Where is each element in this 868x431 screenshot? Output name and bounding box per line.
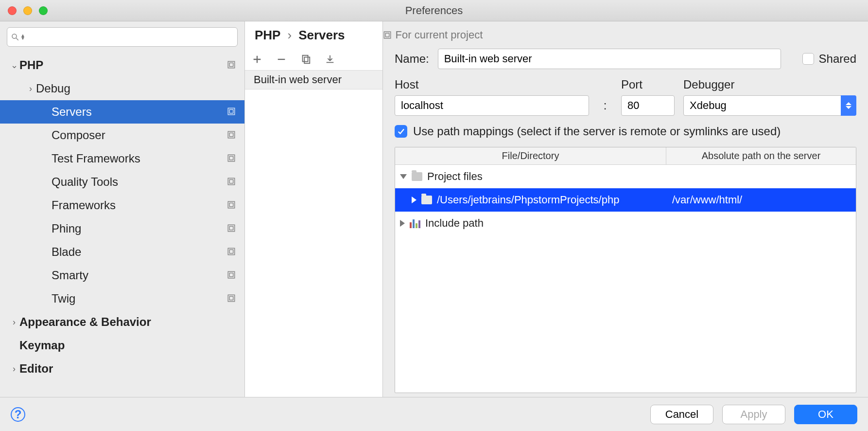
sidebar-item-label: Appearance & Behavior [19,315,236,329]
dialog-footer: ? Cancel Apply OK [0,397,868,431]
sidebar-item-label: Test Frameworks [52,152,227,165]
svg-rect-11 [229,180,233,183]
sidebar-item-appearance-behavior[interactable]: ›Appearance & Behavior [0,310,244,334]
column-file-directory[interactable]: File/Directory [395,147,666,164]
sidebar-item-label: Composer [52,128,227,142]
ok-button[interactable]: OK [794,405,857,424]
search-history-icon[interactable]: ▲▼ [20,34,25,40]
project-scope-icon [227,245,236,259]
chevron-right-icon[interactable] [412,197,417,203]
shared-checkbox[interactable]: Shared [802,52,856,66]
project-icon [383,31,392,39]
settings-search-input[interactable] [7,27,238,47]
import-server-button[interactable] [325,54,335,65]
sidebar-item-smarty[interactable]: Smarty [0,264,244,287]
host-port-separator: : [598,99,612,112]
svg-rect-8 [228,155,235,162]
library-icon [410,218,420,228]
chevron-down-icon[interactable] [400,174,407,179]
sidebar-item-label: Smarty [52,269,227,282]
mapping-row[interactable]: Include path [395,212,856,235]
mapping-path-label: Project files [427,170,483,183]
sidebar-item-keymap[interactable]: Keymap [0,334,244,357]
chevron-right-icon: › [9,317,19,327]
name-label: Name: [395,52,429,66]
mapping-row[interactable]: /Users/jetbrains/PhpstormProjects/php/va… [395,188,856,212]
server-list-panel: Built-in web server [245,21,383,397]
sidebar-item-label: Editor [19,362,236,376]
svg-rect-5 [229,109,233,113]
sidebar-item-label: Frameworks [52,198,227,212]
sidebar-item-label: Quality Tools [52,175,227,189]
preferences-window: Preferences ▲▼ ⌄PHP›DebugServersComposer… [0,0,868,431]
apply-button[interactable]: Apply [722,405,785,424]
body: ▲▼ ⌄PHP›DebugServersComposerTest Framewo… [0,21,868,397]
sidebar-item-test-frameworks[interactable]: Test Frameworks [0,147,244,170]
sidebar-item-blade[interactable]: Blade [0,240,244,264]
sidebar-item-label: Phing [52,222,227,235]
chevron-right-icon: › [287,28,292,43]
svg-rect-18 [228,271,235,278]
cancel-button[interactable]: Cancel [650,405,713,424]
sidebar-item-twig[interactable]: Twig [0,287,244,310]
sidebar-item-label: Servers [52,105,227,119]
project-scope-icon [227,58,236,72]
settings-search: ▲▼ [7,27,238,47]
svg-rect-2 [228,61,235,68]
sidebar-item-phing[interactable]: Phing [0,217,244,240]
close-window-button[interactable] [8,6,17,15]
copy-server-button[interactable] [300,54,311,65]
project-scope-icon [227,105,236,119]
sidebar-item-frameworks[interactable]: Frameworks [0,194,244,217]
mapping-server-path[interactable]: /var/www/html/ [666,194,856,206]
sidebar-item-editor[interactable]: ›Editor [0,357,244,380]
server-list: Built-in web server [245,70,382,397]
column-absolute-path[interactable]: Absolute path on the server [666,147,856,164]
server-list-toolbar [245,49,382,70]
host-label: Host [395,78,589,91]
port-input[interactable] [621,95,675,116]
svg-rect-13 [229,203,233,207]
svg-rect-25 [385,33,389,37]
checkbox-checked-icon [395,125,407,138]
breadcrumb: PHP › Servers [255,28,345,43]
help-button[interactable]: ? [11,407,25,422]
sidebar-item-php[interactable]: ⌄PHP [0,54,244,77]
sidebar-item-quality-tools[interactable]: Quality Tools [0,170,244,194]
svg-rect-16 [228,248,235,255]
checkbox-icon [802,53,814,65]
search-icon [11,33,19,41]
chevron-right-icon[interactable] [400,220,405,227]
sidebar-item-label: Keymap [19,339,236,352]
sidebar-item-servers[interactable]: Servers [0,100,244,124]
svg-rect-21 [229,296,233,300]
use-path-mappings-checkbox[interactable]: Use path mappings (select if the server … [395,125,856,138]
add-server-button[interactable] [252,54,262,65]
svg-point-0 [12,34,17,38]
remove-server-button[interactable] [276,54,287,65]
project-scope-icon [227,152,236,165]
server-name-input[interactable] [438,49,781,69]
zoom-window-button[interactable] [39,6,48,15]
server-list-item[interactable]: Built-in web server [245,70,382,90]
sidebar-item-label: PHP [19,58,227,72]
chevron-right-icon: › [9,364,19,374]
project-scope-icon [227,269,236,282]
project-scope-icon [227,292,236,305]
sidebar-item-debug[interactable]: ›Debug [0,77,244,100]
svg-line-1 [16,38,18,40]
svg-rect-4 [228,108,235,115]
project-scope-icon [227,222,236,235]
svg-rect-20 [228,295,235,302]
breadcrumb-root[interactable]: PHP [255,28,280,43]
debugger-select[interactable] [683,95,856,116]
mapping-path-label: Include path [425,217,484,230]
sidebar-item-composer[interactable]: Composer [0,124,244,147]
project-scope-icon [227,175,236,189]
svg-rect-14 [228,225,235,232]
svg-rect-6 [228,131,235,138]
host-input[interactable] [395,95,589,116]
minimize-window-button[interactable] [23,6,32,15]
svg-rect-22 [303,55,308,62]
mapping-row[interactable]: Project files [395,165,856,188]
